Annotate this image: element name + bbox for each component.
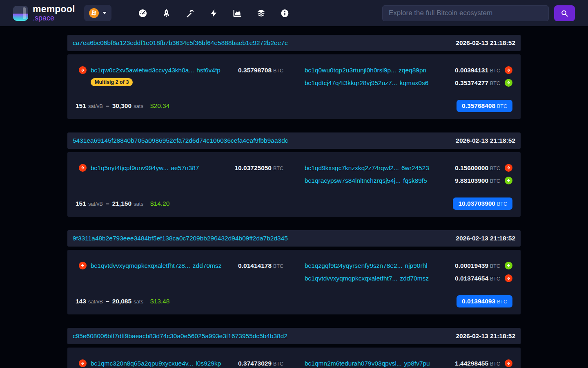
inputs-column: bc1qmc320n8q65a2qpu9xycxue4v...l0s929kp … xyxy=(76,357,283,368)
nav-item-mining[interactable] xyxy=(178,5,202,21)
inputs-column: bc1q5nyt4tjcpf9unv994yw...ae57n387 10.03… xyxy=(76,162,283,187)
input-row: bc1q5nyt4tjcpf9unv994yw...ae57n387 10.03… xyxy=(76,162,283,174)
output-address-link[interactable]: bc1qracypsw7s84lnltnchzrqsj54j...fqsk89f… xyxy=(305,177,427,184)
mempool-logo-icon xyxy=(13,6,28,21)
search-input[interactable] xyxy=(382,5,549,21)
bitcoin-icon: B xyxy=(88,7,100,19)
layers-icon xyxy=(256,9,266,18)
output-row: bc1qdtcj47q4t3kkqr28vj952uz7...kqmax0s6 … xyxy=(305,76,512,89)
input-amount: 0.01414178BTC xyxy=(238,262,283,269)
output-row: bc1qzgqf9t24yqyrsenfy9szn78e2...njp90rhl… xyxy=(305,259,512,272)
total-amount-button[interactable]: 10.03703900BTC xyxy=(453,197,512,210)
output-amount: 0.35374277BTC xyxy=(455,79,500,87)
nav-item-dashboard[interactable] xyxy=(131,5,155,21)
transaction-header: c95e608006bff7dff9baeacb83d74c30a0e56025… xyxy=(67,328,521,344)
input-address-link[interactable]: bc1qvtdvvxyqmqpkcxqxaletfht7z8...zdd70ms… xyxy=(91,262,221,269)
transaction-body: bc1qw0c2xv5awlefwd3ccvy43kh0a...hsf6v4fp… xyxy=(67,54,521,119)
input-row: bc1qmc320n8q65a2qpu9xycxue4v...l0s929kp … xyxy=(76,357,283,368)
input-row: bc1qvtdvvxyqmqpkcxqxaletfht7z8...zdd70ms… xyxy=(76,259,283,272)
transaction-card: ca7ea6bc06bf8a123eddf1e018fb7b3634c5f36b… xyxy=(67,35,521,119)
transaction-header: 5431ea69145f28840b705a0986952efa72d6d74c… xyxy=(67,132,521,149)
transaction-body: bc1qmc320n8q65a2qpu9xycxue4v...l0s929kp … xyxy=(67,348,521,368)
transaction-card: c95e608006bff7dff9baeacb83d74c30a0e56025… xyxy=(67,328,521,368)
top-navbar: mempool .space B xyxy=(0,0,588,26)
output-address-link[interactable]: bc1qvtdvvxyqmqpkcxqxaletfht7...zdd70msz xyxy=(305,275,429,282)
outputs-column: bc1q0wu0tqp2u3rtunjl0h0rsl9p...zqeq89pn … xyxy=(305,64,512,89)
multisig-badge: Multisig 2 of 3 xyxy=(91,78,133,86)
mempool-logo[interactable]: mempool .space xyxy=(13,4,75,22)
network-selector-dropdown[interactable]: B xyxy=(84,5,111,21)
transaction-timestamp: 2026-02-13 21:18:52 xyxy=(456,137,515,144)
transaction-timestamp: 2026-02-13 21:18:52 xyxy=(456,39,515,47)
output-unspent-arrow-icon[interactable] xyxy=(505,262,512,269)
transaction-header: 9f3311a48b2e793eee3484bf5ef138ca0c7209bb… xyxy=(67,230,521,247)
transaction-timestamp: 2026-02-13 21:18:52 xyxy=(456,332,515,340)
outputs-column: bc1qzgqf9t24yqyrsenfy9szn78e2...njp90rhl… xyxy=(305,259,512,285)
transaction-body: bc1q5nyt4tjcpf9unv994yw...ae57n387 10.03… xyxy=(67,152,521,217)
txid-link[interactable]: 5431ea69145f28840b705a0986952efa72d6d74c… xyxy=(73,137,288,144)
nav-item-layers[interactable] xyxy=(249,5,273,21)
fee-usd: $20.34 xyxy=(150,102,169,110)
output-row: bc1qracypsw7s84lnltnchzrqsj54j...fqsk89f… xyxy=(305,174,512,187)
output-row: bc1qvtdvvxyqmqpkcxqxaletfht7...zdd70msz … xyxy=(305,272,512,285)
output-address-link[interactable]: bc1qdtcj47q4t3kkqr28vj952uz7...kqmax0s6 xyxy=(305,79,428,87)
output-address-link[interactable]: bc1qzgqf9t24yqyrsenfy9szn78e2...njp90rhl xyxy=(305,262,428,269)
output-spent-arrow-icon[interactable] xyxy=(505,359,512,367)
dashboard-icon xyxy=(138,9,147,18)
input-amount: 10.03725050BTC xyxy=(234,164,283,172)
input-address-link[interactable]: bc1qmc320n8q65a2qpu9xycxue4v...l0s929kp xyxy=(91,360,221,367)
nav-icon-menu xyxy=(131,5,297,21)
nav-item-about[interactable] xyxy=(273,5,297,21)
output-spent-arrow-icon[interactable] xyxy=(505,66,512,74)
mining-pickaxe-icon xyxy=(185,9,195,18)
nav-item-acceleration[interactable] xyxy=(155,5,178,21)
nav-item-graphs[interactable] xyxy=(226,5,249,21)
input-amount: 0.37473029BTC xyxy=(238,360,283,367)
fee-info: 151 sat/vB – 21,150 sats $14.20 xyxy=(76,200,169,207)
fee-usd: $13.48 xyxy=(150,298,169,305)
output-address-link[interactable]: bc1qd9kxsgc7knzxkq2z74rqwl2...6wr24523 xyxy=(305,164,429,172)
output-unspent-arrow-icon[interactable] xyxy=(505,177,512,184)
nav-item-lightning[interactable] xyxy=(202,5,226,21)
transaction-card: 9f3311a48b2e793eee3484bf5ef138ca0c7209bb… xyxy=(67,230,521,314)
input-arrow-icon xyxy=(79,262,87,269)
input-arrow-icon xyxy=(79,66,87,74)
fee-info: 151 sat/vB – 30,300 sats $20.34 xyxy=(76,102,169,110)
output-row: bc1q0wu0tqp2u3rtunjl0h0rsl9p...zqeq89pn … xyxy=(305,64,512,76)
output-unspent-arrow-icon[interactable] xyxy=(505,79,512,87)
transaction-card: 5431ea69145f28840b705a0986952efa72d6d74c… xyxy=(67,132,521,217)
input-address-link[interactable]: bc1qw0c2xv5awlefwd3ccvy43kh0a...hsf6v4fp xyxy=(91,67,220,74)
search-button[interactable] xyxy=(554,5,575,21)
transaction-header: ca7ea6bc06bf8a123eddf1e018fb7b3634c5f36b… xyxy=(67,35,521,51)
txid-link[interactable]: c95e608006bff7dff9baeacb83d74c30a0e56025… xyxy=(73,332,287,340)
txid-link[interactable]: 9f3311a48b2e793eee3484bf5ef138ca0c7209bb… xyxy=(73,235,288,242)
total-amount-button[interactable]: 0.35768408BTC xyxy=(457,100,512,112)
output-amount: 0.00019439BTC xyxy=(455,262,500,269)
output-address-link[interactable]: bc1qmn2m6tedurah079v03qpvsl...yp8fv7pu xyxy=(305,360,430,367)
inputs-column: bc1qw0c2xv5awlefwd3ccvy43kh0a...hsf6v4fp… xyxy=(76,64,283,89)
output-amount: 1.44298455BTC xyxy=(455,360,500,367)
transaction-timestamp: 2026-02-13 21:18:52 xyxy=(456,235,515,242)
output-address-link[interactable]: bc1q0wu0tqp2u3rtunjl0h0rsl9p...zqeq89pn xyxy=(305,67,426,74)
brand-tld: .space xyxy=(33,14,75,22)
output-spent-arrow-icon[interactable] xyxy=(505,274,512,282)
chevron-down-icon xyxy=(102,12,107,14)
fee-usd: $14.20 xyxy=(150,200,169,207)
total-amount-button[interactable]: 0.01394093BTC xyxy=(457,295,512,307)
txid-link[interactable]: ca7ea6bc06bf8a123eddf1e018fb7b3634c5f36b… xyxy=(73,39,288,47)
fee-info: 143 sat/vB – 20,085 sats $13.48 xyxy=(76,298,169,305)
output-row: bc1qmn2m6tedurah079v03qpvsl...yp8fv7pu 1… xyxy=(305,357,512,368)
lightning-icon xyxy=(209,9,218,18)
output-amount: 0.01374654BTC xyxy=(455,275,500,282)
output-spent-arrow-icon[interactable] xyxy=(505,164,512,172)
output-amount: 0.00394131BTC xyxy=(455,67,500,74)
input-amount: 0.35798708BTC xyxy=(238,67,283,74)
inputs-column: bc1qvtdvvxyqmqpkcxqxaletfht7z8...zdd70ms… xyxy=(76,259,283,285)
info-icon xyxy=(280,9,290,18)
input-arrow-icon xyxy=(79,164,87,172)
outputs-column: bc1qmn2m6tedurah079v03qpvsl...yp8fv7pu 1… xyxy=(305,357,512,368)
input-arrow-icon xyxy=(79,359,87,367)
output-amount: 9.88103900BTC xyxy=(455,177,500,184)
outputs-column: bc1qd9kxsgc7knzxkq2z74rqwl2...6wr24523 0… xyxy=(305,162,512,187)
input-address-link[interactable]: bc1q5nyt4tjcpf9unv994yw...ae57n387 xyxy=(91,164,199,172)
